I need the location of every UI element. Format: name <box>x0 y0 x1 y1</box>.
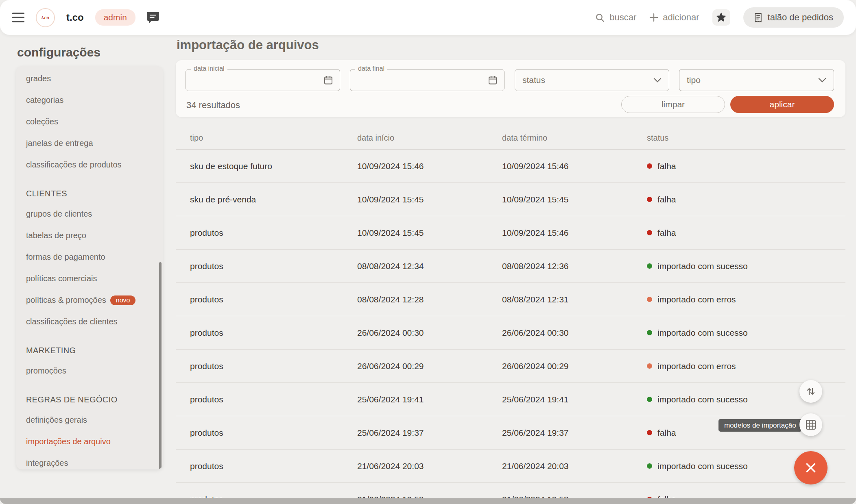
order-pad-button[interactable]: talão de pedidos <box>743 7 844 28</box>
sidebar-item-importacoes-de-arquivo[interactable]: importações de arquivo <box>16 431 163 452</box>
cell-inicio: 10/09/2024 15:45 <box>357 228 502 238</box>
sidebar-item-categorias[interactable]: categorias <box>16 89 163 111</box>
status-dot <box>647 397 652 402</box>
close-icon <box>804 461 818 475</box>
cell-inicio: 08/08/2024 12:28 <box>357 295 502 304</box>
cell-tipo: produtos <box>190 261 357 271</box>
sidebar-item-label: janelas de entrega <box>26 139 93 148</box>
sidebar-item-definicoes-gerais[interactable]: definições gerais <box>16 409 163 431</box>
status-select-value: status <box>522 75 545 85</box>
sidebar-title: configurações <box>17 46 100 59</box>
sort-icon <box>806 386 816 397</box>
cell-tipo: produtos <box>190 428 357 438</box>
brand-logo[interactable]: t.co <box>36 8 55 27</box>
cell-status: falha <box>647 161 845 171</box>
brand-name: t.co <box>66 12 84 23</box>
cell-status: importado com erros <box>647 361 845 371</box>
table-row[interactable]: produtos10/09/2024 15:4510/09/2024 15:46… <box>176 216 845 250</box>
cell-inicio: 10/09/2024 15:46 <box>357 161 502 171</box>
status-select[interactable]: status <box>515 69 669 91</box>
sidebar-item-formas-de-pagamento[interactable]: formas de pagamento <box>16 246 163 268</box>
col-tipo: tipo <box>190 133 357 143</box>
sidebar-item-label: grades <box>26 74 51 83</box>
sidebar-item-colecoes[interactable]: coleções <box>16 111 163 133</box>
sidebar-scrollbar[interactable] <box>159 262 162 469</box>
table-row[interactable]: produtos26/06/2024 00:3026/06/2024 00:30… <box>176 316 845 350</box>
cell-tipo: produtos <box>190 228 357 238</box>
table-row[interactable]: produtos08/08/2024 12:3408/08/2024 12:36… <box>176 250 845 283</box>
cell-tipo: produtos <box>190 361 357 371</box>
cell-termino: 10/09/2024 15:46 <box>502 228 647 238</box>
cell-termino: 25/06/2024 19:41 <box>502 395 647 404</box>
favorites-button[interactable] <box>712 9 730 26</box>
results-count: 34 resultados <box>186 100 240 111</box>
sidebar: gradescategoriascoleçõesjanelas de entre… <box>16 66 163 469</box>
close-fab[interactable] <box>794 451 828 484</box>
plus-icon <box>649 13 658 22</box>
cell-status: importado com sucesso <box>647 261 845 271</box>
date-end-label: data final <box>355 65 387 72</box>
sidebar-item-politicas-comerciais[interactable]: políticas comerciais <box>16 268 163 289</box>
status-dot <box>647 330 652 335</box>
sidebar-item-tabelas-de-preco[interactable]: tabelas de preço <box>16 225 163 246</box>
cell-termino: 08/08/2024 12:31 <box>502 295 647 304</box>
import-templates-tooltip: modelos de importação <box>718 419 802 432</box>
sidebar-item-label: categorias <box>26 96 63 105</box>
topbar: t.co t.co admin buscar adicionar <box>0 0 856 35</box>
date-start-label: data inicial <box>191 65 227 72</box>
cell-tipo: sku de pré-venda <box>190 195 357 204</box>
col-data-termino: data término <box>502 133 647 143</box>
table-row[interactable]: produtos08/08/2024 12:2808/08/2024 12:31… <box>176 283 845 316</box>
table-row[interactable]: sku de pré-venda10/09/2024 15:4510/09/20… <box>176 183 845 216</box>
date-start-field[interactable]: data inicial <box>186 69 340 91</box>
date-end-field[interactable]: data final <box>350 69 504 91</box>
status-dot <box>647 297 652 302</box>
search-label: buscar <box>609 12 636 23</box>
type-select-value: tipo <box>687 75 701 85</box>
status-dot <box>647 163 652 169</box>
sidebar-item-promocoes[interactable]: promoções <box>16 360 163 382</box>
sidebar-item-politicas-promocoes[interactable]: políticas & promoçõesnovo <box>16 289 163 311</box>
sidebar-item-label: importações de arquivo <box>26 437 111 446</box>
sidebar-item-janelas-de-entrega[interactable]: janelas de entrega <box>16 133 163 154</box>
col-status: status <box>647 133 845 143</box>
sidebar-item-label: grupos de clientes <box>26 209 92 219</box>
cell-inicio: 21/06/2024 20:03 <box>357 461 502 471</box>
table-body: sku de estoque futuro10/09/2024 15:4610/… <box>176 150 845 504</box>
clear-button[interactable]: limpar <box>621 96 725 113</box>
sidebar-section-clientes: CLIENTES <box>16 184 163 203</box>
sidebar-item-grades[interactable]: grades <box>16 68 163 89</box>
status-dot <box>647 463 652 469</box>
sidebar-item-classificacoes-de-produtos[interactable]: classificações de produtos <box>16 154 163 176</box>
status-dot <box>647 197 652 202</box>
admin-badge: admin <box>95 9 135 26</box>
table-row[interactable]: sku de estoque futuro10/09/2024 15:4610/… <box>176 150 845 183</box>
menu-icon[interactable] <box>12 13 24 22</box>
sidebar-item-label: políticas comerciais <box>26 274 97 283</box>
table-row[interactable]: produtos21/06/2024 20:0321/06/2024 20:03… <box>176 450 845 483</box>
chevron-down-icon <box>653 78 662 83</box>
calendar-icon[interactable] <box>323 75 333 85</box>
table-row[interactable]: produtos25/06/2024 19:4125/06/2024 19:41… <box>176 383 845 416</box>
cell-inicio: 26/06/2024 00:29 <box>357 361 502 371</box>
cell-status: falha <box>647 195 845 204</box>
add-button[interactable]: adicionar <box>649 12 699 23</box>
sidebar-item-label: promoções <box>26 366 66 376</box>
table-row[interactable]: produtos26/06/2024 00:2926/06/2024 00:29… <box>176 350 845 383</box>
sidebar-section-regras-de-negocio: REGRAS DE NEGÓCIO <box>16 390 163 409</box>
type-select[interactable]: tipo <box>679 69 834 91</box>
chat-icon[interactable] <box>147 12 159 23</box>
cell-tipo: sku de estoque futuro <box>190 161 357 171</box>
sidebar-nav: gradescategoriascoleçõesjanelas de entre… <box>16 68 163 469</box>
apply-button[interactable]: aplicar <box>730 96 834 113</box>
topbar-right: buscar adicionar talão de pedidos <box>595 7 844 28</box>
sort-fab[interactable] <box>799 380 822 403</box>
search-button[interactable]: buscar <box>595 12 636 23</box>
status-label: importado com sucesso <box>657 261 748 271</box>
sidebar-item-grupos-de-clientes[interactable]: grupos de clientes <box>16 203 163 225</box>
sidebar-item-classificacoes-de-clientes[interactable]: classificações de clientes <box>16 311 163 332</box>
import-templates-fab[interactable] <box>799 413 822 436</box>
calendar-icon[interactable] <box>488 75 498 85</box>
sidebar-item-integracoes[interactable]: integrações <box>16 452 163 469</box>
status-label: importado com sucesso <box>657 461 748 471</box>
